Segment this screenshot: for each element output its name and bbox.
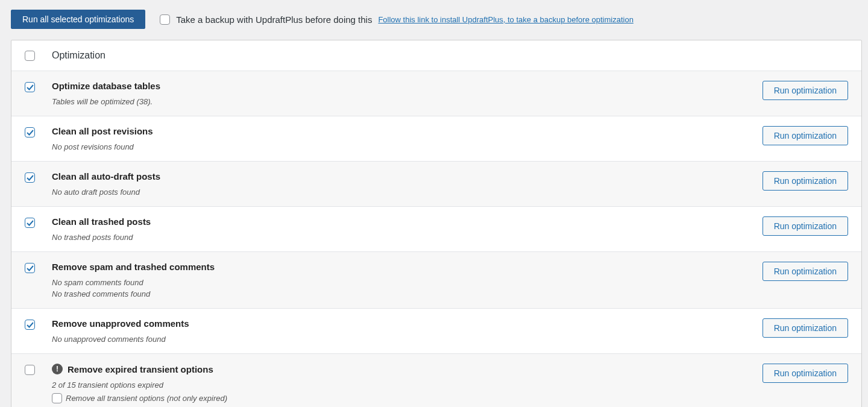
sub-option-checkbox[interactable] — [52, 393, 62, 403]
run-optimization-button[interactable]: Run optimization — [763, 364, 848, 383]
row-checkbox[interactable] — [25, 320, 35, 330]
column-header-optimization: Optimization — [52, 50, 105, 61]
run-optimization-button[interactable]: Run optimization — [763, 126, 848, 145]
sub-option: Remove all transient options (not only e… — [52, 393, 746, 403]
row-description: No auto draft posts found — [52, 188, 746, 197]
row-title: Remove unapproved comments — [52, 318, 746, 329]
row-description: No trashed comments found — [52, 289, 746, 298]
backup-label-text: Take a backup with UpdraftPlus before do… — [176, 14, 372, 25]
sub-option-label: Remove all transient options (not only e… — [66, 394, 227, 403]
optimizations-panel: Optimization Optimize database tablesTab… — [11, 40, 862, 407]
row-description: Tables will be optimized (38). — [52, 97, 746, 106]
backup-checkbox[interactable] — [160, 14, 170, 25]
row-description: No post revisions found — [52, 142, 746, 151]
row-description: No unapproved comments found — [52, 335, 746, 344]
row-title: Clean all trashed posts — [52, 216, 746, 227]
row-checkbox[interactable] — [25, 82, 35, 92]
row-title: Optimize database tables — [52, 81, 746, 91]
run-optimization-button[interactable]: Run optimization — [763, 171, 848, 191]
panel-header: Optimization — [11, 40, 861, 71]
run-optimization-button[interactable]: Run optimization — [763, 318, 848, 338]
run-optimization-button[interactable]: Run optimization — [763, 262, 848, 281]
optimization-row: Optimize database tablesTables will be o… — [11, 71, 861, 116]
optimization-row: Clean all post revisionsNo post revision… — [11, 116, 861, 161]
row-title-text: Remove unapproved comments — [52, 318, 189, 329]
row-checkbox[interactable] — [25, 127, 35, 137]
optimization-row: Clean all trashed postsNo trashed posts … — [11, 206, 861, 251]
optimization-row: Clean all auto-draft postsNo auto draft … — [11, 161, 861, 206]
optimization-row: Remove unapproved commentsNo unapproved … — [11, 308, 861, 353]
row-title: Remove spam and trashed comments — [52, 262, 746, 272]
row-title-text: Remove spam and trashed comments — [52, 262, 215, 272]
select-all-checkbox[interactable] — [25, 51, 35, 61]
row-title-text: Clean all post revisions — [52, 126, 153, 136]
row-title-text: Clean all auto-draft posts — [52, 171, 160, 181]
row-checkbox[interactable] — [25, 172, 35, 183]
row-checkbox[interactable] — [25, 365, 35, 375]
optimization-row: !Remove expired transient options2 of 15… — [11, 353, 861, 407]
row-checkbox[interactable] — [25, 263, 35, 273]
backup-option: Take a backup with UpdraftPlus before do… — [160, 14, 634, 25]
row-title: !Remove expired transient options — [52, 364, 746, 374]
row-title: Clean all post revisions — [52, 126, 746, 136]
row-description: 2 of 15 transient options expired — [52, 380, 746, 390]
install-updraftplus-link[interactable]: Follow this link to install UpdraftPlus,… — [378, 15, 633, 24]
warning-icon: ! — [52, 364, 63, 374]
row-title-text: Clean all trashed posts — [52, 216, 151, 227]
run-optimization-button[interactable]: Run optimization — [763, 216, 848, 236]
run-all-button[interactable]: Run all selected optimizations — [11, 10, 145, 29]
optimization-row: Remove spam and trashed commentsNo spam … — [11, 251, 861, 308]
row-description: No trashed posts found — [52, 233, 746, 242]
row-checkbox[interactable] — [25, 218, 35, 228]
row-title-text: Remove expired transient options — [68, 364, 213, 374]
row-title: Clean all auto-draft posts — [52, 171, 746, 181]
run-optimization-button[interactable]: Run optimization — [763, 81, 848, 100]
row-title-text: Optimize database tables — [52, 81, 160, 91]
row-description: No spam comments found — [52, 278, 746, 287]
top-bar: Run all selected optimizations Take a ba… — [0, 0, 868, 40]
